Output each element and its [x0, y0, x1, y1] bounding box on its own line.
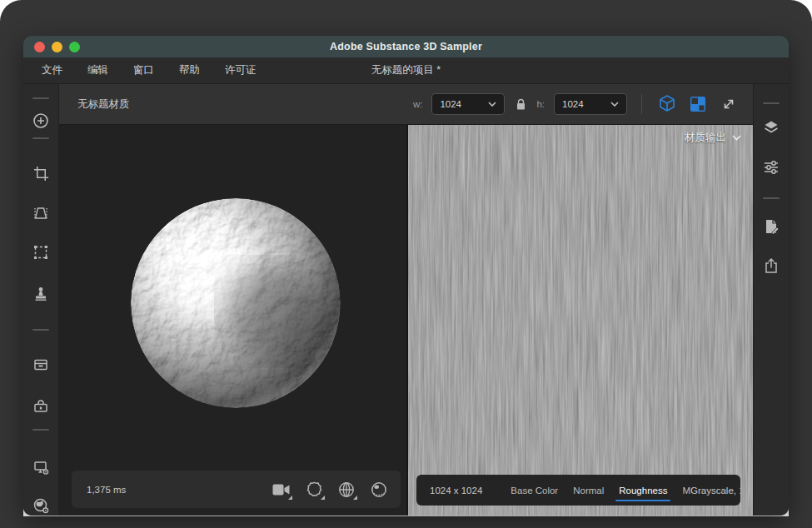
viewport-hud: 1,375 ms — [72, 471, 401, 508]
texture-format: Grayscale, 16bpc — [690, 486, 740, 496]
roughness-texture — [408, 125, 753, 516]
height-label: h: — [536, 99, 545, 109]
tab-normal[interactable]: Normal — [573, 477, 604, 504]
share-settings-icon[interactable] — [32, 496, 50, 515]
material-toolbar: 无标题材质 w: 1024 h: 1024 — [59, 84, 753, 125]
display-settings-icon[interactable] — [32, 458, 50, 476]
menu-window[interactable]: 窗口 — [133, 63, 154, 77]
flyout-indicator — [288, 496, 292, 500]
perspective-correction-icon[interactable] — [32, 204, 50, 222]
menu-items: 文件 编辑 窗口 帮助 许可证 — [23, 63, 257, 77]
camera-icon[interactable] — [271, 480, 291, 500]
material-ball-icon[interactable] — [369, 480, 389, 500]
lock-icon[interactable] — [514, 93, 527, 115]
rail-divider — [32, 429, 49, 431]
flyout-indicator — [321, 496, 325, 500]
menu-file[interactable]: 文件 — [42, 63, 62, 77]
material-sphere-preview — [129, 197, 342, 410]
left-tool-rail — [23, 84, 59, 516]
menu-edit[interactable]: 编辑 — [87, 63, 108, 77]
edit-document-icon[interactable] — [762, 217, 780, 236]
right-tool-rail — [753, 84, 789, 516]
window-title: Adobe Substance 3D Sampler — [330, 41, 482, 52]
add-icon[interactable] — [32, 112, 50, 130]
chevron-down-icon — [610, 102, 619, 107]
zoom-button[interactable] — [69, 42, 80, 52]
menu-license[interactable]: 许可证 — [225, 63, 257, 77]
toolbox-icon[interactable] — [32, 397, 50, 416]
export-icon[interactable] — [762, 257, 780, 275]
rail-divider — [32, 137, 49, 139]
menu-help[interactable]: 帮助 — [179, 63, 200, 77]
crop-icon[interactable] — [32, 164, 50, 182]
layers-icon[interactable] — [762, 118, 780, 137]
tab-base-color[interactable]: Base Color — [511, 477, 558, 504]
minimize-button[interactable] — [52, 42, 62, 52]
titlebar[interactable]: Adobe Substance 3D Sampler — [23, 36, 789, 57]
rail-divider — [32, 329, 49, 331]
toolbar-separator — [641, 94, 642, 114]
material-output-select[interactable]: 材质输出 — [685, 131, 741, 145]
width-select[interactable]: 1024 — [431, 93, 505, 115]
view-2d-toggle-icon[interactable] — [687, 93, 709, 115]
fullscreen-icon[interactable] — [718, 93, 740, 115]
view-3d-toggle-icon[interactable] — [656, 93, 678, 115]
viewport-2d[interactable]: 材质输出 1024 x 1024 Base Color Normal Rough… — [406, 125, 753, 516]
clone-stamp-icon[interactable] — [32, 285, 50, 303]
viewport-3d[interactable]: 1,375 ms — [59, 125, 406, 516]
channel-tabs: Base Color Normal Roughness M — [511, 477, 690, 504]
texture-resolution: 1024 x 1024 — [430, 486, 482, 496]
height-select[interactable]: 1024 — [554, 93, 627, 115]
channel-bar: 1024 x 1024 Base Color Normal Roughness … — [416, 475, 740, 506]
rail-divider — [32, 97, 49, 99]
close-button[interactable] — [34, 42, 45, 52]
traffic-lights — [34, 36, 80, 57]
tab-metallic-clipped[interactable]: M — [682, 477, 690, 504]
parameters-icon[interactable] — [762, 158, 780, 177]
tab-roughness[interactable]: Roughness — [619, 477, 667, 504]
render-time: 1,375 ms — [87, 485, 126, 495]
chevron-down-icon — [732, 135, 741, 141]
marketing-frame: Adobe Substance 3D Sampler 无标题的项目 * 文件 编… — [0, 0, 812, 528]
material-name: 无标题材质 — [77, 97, 130, 112]
rail-divider — [763, 102, 780, 104]
environment-icon[interactable] — [304, 480, 324, 500]
app-window: Adobe Substance 3D Sampler 无标题的项目 * 文件 编… — [23, 36, 789, 516]
assets-box-icon[interactable] — [32, 356, 50, 374]
rail-divider — [763, 197, 780, 199]
tiling-region-icon[interactable] — [32, 243, 50, 262]
width-label: w: — [413, 99, 423, 109]
flyout-indicator — [353, 496, 357, 500]
menubar: 无标题的项目 * 文件 编辑 窗口 帮助 许可证 — [23, 57, 789, 84]
wireframe-sphere-icon[interactable] — [336, 480, 356, 500]
chevron-down-icon — [488, 102, 496, 107]
